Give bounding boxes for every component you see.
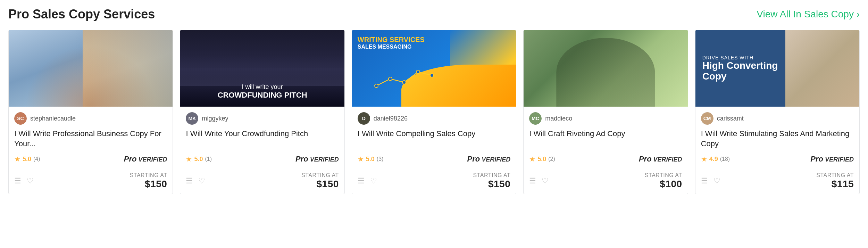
card-2-avatar: MK (186, 112, 198, 125)
card-2-overlay: I will write your CROWDFUNDING PITCH (189, 83, 336, 100)
card-4-seller: MC maddieco (529, 112, 682, 125)
svg-point-4 (430, 74, 434, 77)
card-5-image[interactable]: DRIVE SALES WITH High Converting Copy (695, 30, 859, 107)
card-5-footer-icons: ☰ ♡ (701, 176, 720, 185)
card-2-i-will: I will write your (189, 83, 336, 91)
card-2-image[interactable]: I will write your CROWDFUNDING PITCH (180, 30, 344, 107)
card-4-footer-icons: ☰ ♡ (529, 176, 549, 185)
card-5-username: carissamt (717, 115, 744, 122)
star-icon: ★ (701, 155, 707, 163)
card-5: DRIVE SALES WITH High Converting Copy CM… (695, 30, 860, 194)
card-1-pro-verified: Pro VERIFIED (124, 155, 167, 164)
view-all-link[interactable]: View All In Sales Copy › (757, 9, 860, 20)
avatar-circle: D (358, 112, 370, 125)
menu-icon[interactable]: ☰ (358, 176, 365, 185)
card-2-footer: ☰ ♡ STARTING AT $150 (180, 168, 344, 194)
avatar-circle: MC (529, 112, 542, 125)
heart-icon[interactable]: ♡ (27, 176, 34, 185)
heart-icon[interactable]: ♡ (542, 176, 549, 185)
card-1-count: (4) (33, 156, 40, 162)
card-5-footer: ☰ ♡ STARTING AT $115 (695, 168, 859, 194)
card-3-image-text: Writing Services SALES MESSAGING (358, 36, 425, 50)
card-3-avatar: D (358, 112, 370, 125)
star-icon: ★ (529, 155, 535, 163)
card-1-avatar: SC (14, 112, 27, 125)
card-5-price-block: STARTING AT $115 (816, 172, 854, 190)
card-4-image[interactable] (524, 30, 687, 107)
card-1-title: I Will Write Professional Business Copy … (14, 129, 167, 150)
menu-icon[interactable]: ☰ (701, 176, 708, 185)
menu-icon[interactable]: ☰ (14, 176, 21, 185)
card-3-image[interactable]: Writing Services SALES MESSAGING (352, 30, 516, 107)
card-3-price: $150 (473, 179, 510, 190)
card-2-pro-verified: Pro VERIFIED (295, 155, 339, 164)
card-3-footer: ☰ ♡ STARTING AT $150 (352, 168, 516, 194)
card-1-image[interactable] (9, 30, 173, 107)
card-3-seller: D daniel98226 (358, 112, 510, 125)
card-4-username: maddieco (545, 115, 572, 122)
card-5-avatar: CM (701, 112, 713, 125)
card-2-title: I Will Write Your Crowdfunding Pitch (186, 129, 339, 150)
card-1-rating-left: ★ 5.0 (4) (14, 155, 40, 163)
heart-icon[interactable]: ♡ (198, 176, 205, 185)
card-2-rating: ★ 5.0 (1) Pro VERIFIED (186, 155, 339, 168)
card-1-username: stephaniecaudle (30, 115, 76, 122)
card-2-crowdfunding: CROWDFUNDING PITCH (189, 91, 336, 100)
svg-point-2 (402, 81, 406, 84)
card-2-score: 5.0 (194, 156, 203, 163)
card-4-price-block: STARTING AT $100 (645, 172, 682, 190)
avatar-circle: MK (186, 112, 198, 125)
pro-text: Pro (810, 155, 823, 163)
card-5-pro-verified: Pro VERIFIED (810, 155, 854, 164)
menu-icon[interactable]: ☰ (186, 176, 193, 185)
heart-icon[interactable]: ♡ (713, 176, 720, 185)
card-2-price-block: STARTING AT $150 (301, 172, 339, 190)
card-3-image-title: Writing Services (358, 36, 425, 44)
section-header: Pro Sales Copy Services View All In Sale… (8, 7, 860, 22)
card-5-count: (18) (720, 156, 730, 162)
card-5-title: I Will Write Stimulating Sales And Marke… (701, 129, 854, 150)
menu-icon[interactable]: ☰ (529, 176, 536, 185)
card-4-score: 5.0 (537, 156, 546, 163)
pro-text: Pro (295, 155, 308, 163)
card-1-starting-at-label: STARTING AT (130, 172, 167, 179)
card-1-seller: SC stephaniecaudle (14, 112, 167, 125)
card-4-pro-verified: Pro VERIFIED (639, 155, 682, 164)
star-icon: ★ (186, 155, 192, 163)
card-1-footer-icons: ☰ ♡ (14, 176, 34, 185)
card-4-avatar: MC (529, 112, 542, 125)
pro-text: Pro (639, 155, 652, 163)
svg-point-3 (416, 70, 420, 74)
card-5-image-right (785, 30, 859, 107)
card-3-score: 5.0 (366, 156, 375, 163)
card-1-footer: ☰ ♡ STARTING AT $150 (9, 168, 173, 194)
star-icon: ★ (14, 155, 20, 163)
card-1-price-block: STARTING AT $150 (130, 172, 167, 190)
card-3-footer-icons: ☰ ♡ (358, 176, 377, 185)
card-2-body: MK miggykey I Will Write Your Crowdfundi… (180, 107, 344, 168)
card-3-image-sub: SALES MESSAGING (358, 44, 425, 50)
card-3: Writing Services SALES MESSAGING D danie… (352, 30, 516, 194)
card-4-rating-left: ★ 5.0 (2) (529, 155, 555, 163)
card-3-count: (3) (377, 156, 384, 162)
svg-point-0 (375, 84, 378, 88)
card-1-body: SC stephaniecaudle I Will Write Professi… (9, 107, 173, 168)
card-3-price-block: STARTING AT $150 (473, 172, 510, 190)
pro-text: Pro (124, 155, 137, 163)
card-4-footer: ☰ ♡ STARTING AT $100 (524, 168, 687, 194)
card-3-rating-left: ★ 5.0 (3) (358, 155, 384, 163)
chart-svg (373, 65, 442, 93)
card-2-seller: MK miggykey (186, 112, 339, 125)
card-2-starting-at-label: STARTING AT (301, 172, 339, 179)
card-4-title: I Will Craft Riveting Ad Copy (529, 129, 682, 150)
card-2: I will write your CROWDFUNDING PITCH MK … (180, 30, 344, 194)
heart-icon[interactable]: ♡ (370, 176, 377, 185)
avatar-circle: SC (14, 112, 27, 125)
card-5-score: 4.9 (709, 156, 718, 163)
card-5-price: $115 (816, 179, 854, 190)
card-5-copy-text: Copy (702, 71, 779, 82)
card-3-pro-verified: Pro VERIFIED (467, 155, 511, 164)
card-3-rating: ★ 5.0 (3) Pro VERIFIED (358, 155, 510, 168)
card-4-count: (2) (548, 156, 555, 162)
card-5-seller: CM carissamt (701, 112, 854, 125)
